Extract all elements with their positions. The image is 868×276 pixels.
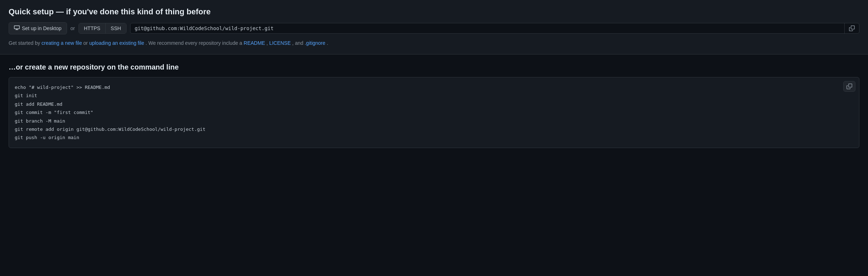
protocol-group: HTTPS SSH [78,23,127,34]
create-new-file-link[interactable]: creating a new file [42,40,82,46]
command-line-section: …or create a new repository on the comma… [0,54,868,157]
setup-desktop-label: Set up in Desktop [22,25,62,31]
https-button[interactable]: HTTPS [79,23,106,33]
clone-url-input[interactable] [130,23,844,33]
upload-existing-link[interactable]: uploading an existing file [89,40,144,46]
get-started-suffix: . We recommend every repository include … [146,40,244,46]
desktop-icon [14,25,20,32]
get-started-prefix: Get started by [9,40,42,46]
readme-link[interactable]: README [244,40,265,46]
clone-url-container [130,23,859,34]
get-started-text: Get started by creating a new file or up… [9,39,859,47]
toolbar-row: Set up in Desktop or HTTPS SSH [9,22,859,34]
copy-code-button[interactable] [843,81,855,92]
gitignore-link[interactable]: .gitignore [305,40,325,46]
setup-desktop-button[interactable]: Set up in Desktop [9,22,67,34]
copy-icon [849,25,855,31]
get-started-period: . [327,40,328,46]
ssh-button[interactable]: SSH [106,23,126,33]
code-block-container: echo "# wild-project" >> README.md git i… [9,77,859,148]
quick-setup-title: Quick setup — if you've done this kind o… [9,7,859,16]
copy-code-icon [846,84,852,89]
get-started-middle: or [84,40,89,46]
quick-setup-section: Quick setup — if you've done this kind o… [0,0,868,54]
license-link[interactable]: LICENSE [269,40,291,46]
code-block: echo "# wild-project" >> README.md git i… [15,83,842,142]
or-separator: or [71,25,75,31]
copy-url-button[interactable] [844,23,859,33]
comma2: , and [292,40,305,46]
command-line-title: …or create a new repository on the comma… [9,63,859,71]
